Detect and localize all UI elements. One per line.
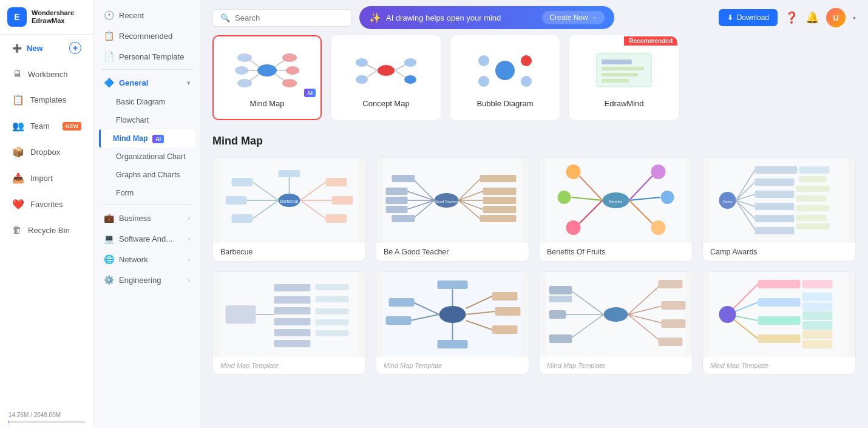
category-card-edrawmind[interactable]: Recommended EdrawMind <box>569 35 679 120</box>
svg-point-19 <box>404 58 416 67</box>
nav-divider <box>101 69 192 70</box>
download-icon: ⬇ <box>727 13 733 22</box>
logo-icon: E <box>7 7 27 27</box>
template-card-8[interactable]: Mind Map Template <box>702 271 856 375</box>
sidebar-item-favorites[interactable]: ❤️ Favorites <box>4 192 90 216</box>
template-label-6: Mind Map Template <box>376 357 529 374</box>
svg-rect-169 <box>758 335 801 343</box>
svg-rect-122 <box>316 330 349 336</box>
nav-flowchart[interactable]: Flowchart <box>94 111 200 129</box>
svg-rect-159 <box>802 280 833 288</box>
concept-map-preview-icon <box>353 47 419 93</box>
sidebar-item-templates[interactable]: 📋 Templates <box>4 88 90 112</box>
nav-network[interactable]: 🌐 Network › <box>94 249 200 270</box>
nav-recommended[interactable]: 📋 Recommended <box>94 25 200 46</box>
business-icon: 💼 <box>104 213 114 223</box>
sidebar-item-dropbox[interactable]: 📦 Dropbox <box>4 140 90 164</box>
svg-line-18 <box>395 64 406 70</box>
svg-rect-92 <box>799 166 830 174</box>
svg-point-12 <box>282 79 297 87</box>
sidebar-item-workbench[interactable]: 🖥 Workbench <box>4 63 90 86</box>
template-label-7: Mind Map Template <box>540 357 692 374</box>
notification-icon[interactable]: 🔔 <box>805 11 819 24</box>
sidebar: E Wondershare EdrawMax ➕ New + 🖥 Workben… <box>0 0 94 428</box>
svg-point-8 <box>282 53 297 62</box>
nav-general-header[interactable]: 🔷 General ▾ <box>94 72 200 93</box>
ai-create-button[interactable]: Create Now → <box>542 11 605 24</box>
template-card-5[interactable]: Mind Map Template <box>212 271 366 375</box>
category-mind-map-wrapper: AI Mind Map <box>212 35 322 120</box>
help-icon[interactable]: ❓ <box>785 11 798 24</box>
svg-point-82 <box>651 165 666 179</box>
nav-personal-template[interactable]: 📄 Personal Template <box>94 46 200 67</box>
sidebar-item-recycle-bin[interactable]: 🗑 Recycle Bin <box>4 219 90 242</box>
template8-preview <box>703 272 855 357</box>
account-chevron-icon[interactable]: ▾ <box>853 15 856 21</box>
template-thumb-camp-awards: Camp <box>703 158 855 243</box>
svg-rect-166 <box>802 311 833 320</box>
template-card-benefits-fruits[interactable]: Benefits <box>539 157 693 262</box>
svg-rect-95 <box>755 178 795 186</box>
templates-icon: 📋 <box>12 94 24 106</box>
template-thumb-6 <box>376 272 529 357</box>
template-label-barbecue: Barbecue <box>213 243 365 261</box>
download-button[interactable]: ⬇ Download <box>719 9 778 26</box>
svg-rect-117 <box>274 340 311 347</box>
sidebar-item-team[interactable]: 👥 Team NEW <box>4 114 90 138</box>
sidebar-item-import[interactable]: 📥 Import <box>4 166 90 190</box>
svg-rect-65 <box>483 188 517 195</box>
camp-awards-preview: Camp <box>703 158 855 243</box>
search-box[interactable]: 🔍 <box>212 9 352 27</box>
svg-point-6 <box>237 79 252 87</box>
nav-software[interactable]: 💻 Software And... › <box>94 228 200 249</box>
template-label-camp-awards: Camp Awards <box>703 243 855 261</box>
search-icon: 🔍 <box>220 13 230 22</box>
svg-point-17 <box>356 75 368 84</box>
svg-point-84 <box>661 191 674 204</box>
svg-rect-114 <box>274 307 311 314</box>
category-card-concept-map[interactable]: Concept Map <box>331 35 441 120</box>
category-concept-map-wrapper: Concept Map <box>331 35 441 120</box>
nav-recent[interactable]: 🕐 Recent <box>94 5 200 25</box>
category-bubble-diagram-wrapper: Bubble Diagram <box>450 35 560 120</box>
template-card-barbecue[interactable]: Barbecue <box>212 157 366 262</box>
svg-rect-104 <box>796 205 830 211</box>
nav-org-chart[interactable]: Organizational Chart <box>94 148 200 166</box>
template6-preview <box>376 272 529 357</box>
svg-rect-128 <box>386 316 412 325</box>
template-card-6[interactable]: Mind Map Template <box>376 271 529 375</box>
avatar[interactable]: U <box>826 8 846 27</box>
recent-icon: 🕐 <box>104 10 114 20</box>
category-concept-map-label: Concept Map <box>362 99 409 108</box>
template-card-good-teacher[interactable]: Good Teacher <box>376 157 529 262</box>
svg-rect-110 <box>226 305 256 324</box>
svg-rect-120 <box>316 308 349 314</box>
svg-point-15 <box>356 58 368 67</box>
nav-graphs-charts[interactable]: Graphs and Charts <box>94 166 200 184</box>
category-card-bubble-diagram[interactable]: Bubble Diagram <box>450 35 560 120</box>
svg-rect-46 <box>326 214 347 223</box>
category-card-mind-map[interactable]: AI Mind Map <box>212 35 322 120</box>
svg-rect-106 <box>796 223 830 229</box>
svg-point-124 <box>439 306 466 323</box>
nav-mind-map[interactable]: Mind Map AI <box>99 129 195 148</box>
new-button[interactable]: ➕ New + <box>4 36 90 60</box>
general-icon: 🔷 <box>104 78 114 87</box>
svg-rect-69 <box>483 206 517 213</box>
search-input[interactable] <box>235 13 344 22</box>
template-label-8: Mind Map Template <box>703 357 855 374</box>
template-card-camp-awards[interactable]: Camp <box>702 157 856 262</box>
logo-text: Wondershare EdrawMax <box>32 9 74 25</box>
template-card-7[interactable]: Mind Map Template <box>539 271 693 375</box>
nav-divider-2 <box>101 205 192 205</box>
svg-rect-61 <box>392 215 415 222</box>
template-label-5: Mind Map Template <box>213 357 365 374</box>
nav-basic-diagram[interactable]: Basic Diagram <box>94 93 200 111</box>
edrawmind-preview-icon <box>591 47 657 93</box>
svg-rect-171 <box>802 340 833 348</box>
nav-business[interactable]: 💼 Business › <box>94 208 200 228</box>
nav-form[interactable]: Form <box>94 184 200 202</box>
nav-engineering[interactable]: ⚙️ Engineering › <box>94 270 200 290</box>
svg-rect-63 <box>480 175 517 182</box>
svg-rect-48 <box>279 170 300 177</box>
